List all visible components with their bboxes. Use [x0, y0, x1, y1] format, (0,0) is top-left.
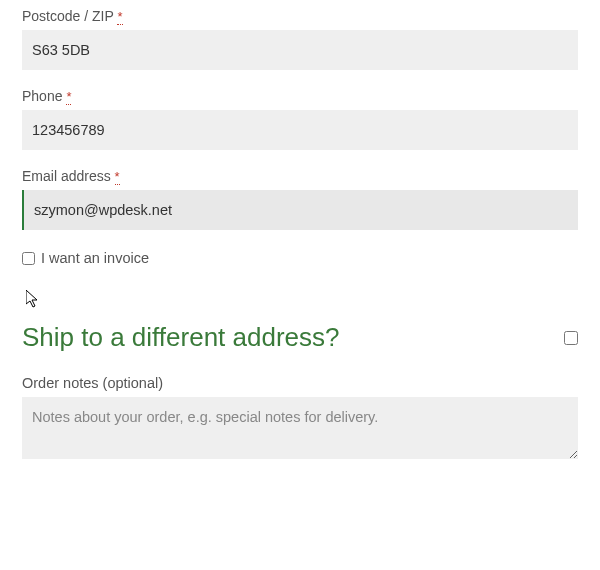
invoice-checkbox-label[interactable]: I want an invoice	[41, 250, 149, 266]
invoice-checkbox-row: I want an invoice	[22, 250, 578, 266]
postcode-label: Postcode / ZIP *	[22, 8, 578, 24]
postcode-label-text: Postcode / ZIP	[22, 8, 114, 24]
postcode-input[interactable]	[22, 30, 578, 70]
ship-different-address-section: Ship to a different address?	[22, 322, 578, 353]
phone-label-text: Phone	[22, 88, 62, 104]
order-notes-textarea[interactable]	[22, 397, 578, 459]
invoice-checkbox[interactable]	[22, 252, 35, 265]
postcode-field: Postcode / ZIP *	[22, 8, 578, 70]
cursor-icon	[26, 290, 42, 310]
phone-input[interactable]	[22, 110, 578, 150]
email-input[interactable]	[22, 190, 578, 230]
ship-different-address-checkbox[interactable]	[564, 331, 578, 345]
email-field: Email address *	[22, 168, 578, 230]
email-label: Email address *	[22, 168, 578, 184]
required-mark-icon: *	[117, 9, 122, 25]
required-mark-icon: *	[115, 169, 120, 185]
order-notes-label: Order notes (optional)	[22, 375, 578, 391]
phone-label: Phone *	[22, 88, 578, 104]
ship-heading: Ship to a different address?	[22, 322, 340, 353]
order-notes-field: Order notes (optional)	[22, 375, 578, 463]
phone-field: Phone *	[22, 88, 578, 150]
required-mark-icon: *	[66, 89, 71, 105]
email-label-text: Email address	[22, 168, 111, 184]
